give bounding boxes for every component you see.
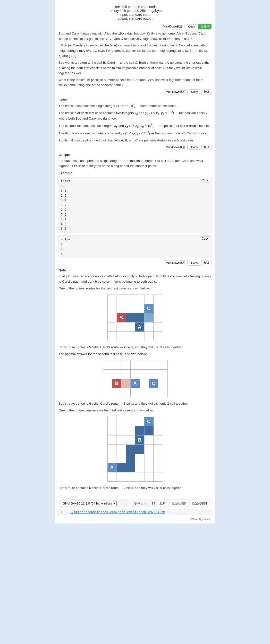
output-line-2: 1 (61, 247, 209, 252)
input-line-1: 3 (61, 184, 209, 188)
note-p6: One of the optimal answers for the third… (58, 408, 212, 413)
note-p3: Bob's route contains 5 cells, Carol's ro… (58, 344, 212, 350)
markdown-view-btn-1[interactable]: MarkDown视图 (161, 24, 185, 30)
problem-p3: Bob wants to return to the cell B, Carol… (58, 60, 212, 76)
time-limit: time limit per test: 2 seconds (58, 5, 212, 9)
line-number: 1 (61, 510, 62, 514)
copy-input-btn[interactable]: Copy (200, 178, 210, 182)
output-p1: For each test case, print the single int… (58, 158, 212, 169)
compiler-select[interactable]: GNU G++20 11.2.0 (64 bit, winlibs) (61, 500, 117, 506)
toolbar-2: MarkDown视图 Copy 翻译 (58, 89, 212, 95)
toolbar-3: MarkDown视图 Copy 翻译 (58, 144, 212, 150)
code-area[interactable]: 1 //https://codeforces.com/problemset/pr… (58, 509, 212, 515)
input-line-3: 1 3 (61, 193, 209, 198)
font-size-value: 15 (152, 502, 155, 505)
copy-btn-2[interactable]: Copy (189, 90, 200, 94)
output-line-3: 6 (61, 252, 209, 256)
markdown-view-btn-4[interactable]: MarkDown视图 (164, 260, 188, 266)
input-p4: The third line contains two integers xC … (58, 130, 212, 136)
input-line-10: 5 5 (61, 226, 209, 231)
font-size-label: 字体大小： (134, 501, 150, 506)
problem-p2: If Bob (or Carol) is in some cell, he (s… (58, 43, 212, 58)
toolbar-1: MarkDown视图 Copy 已翻译 (58, 24, 212, 30)
diagram-1: C B A (58, 294, 212, 341)
example-title: Example (58, 171, 212, 175)
input-line-2: 3 1 (61, 188, 209, 193)
fix-right-btn[interactable]: 固定到右侧 (190, 500, 209, 506)
output-section-title: Output (58, 152, 212, 157)
problem-p1: Bob and Carol hanged out with Alice the … (58, 31, 212, 41)
markdown-view-btn-2[interactable]: MarkDown视图 (164, 89, 188, 95)
bottom-toolbar: GNU G++20 11.2.0 (64 bit, winlibs) 字体大小：… (58, 499, 212, 508)
note-p2: One of the optimal routes for the first … (58, 286, 212, 291)
input-line-7: 7 2 (61, 212, 209, 217)
fix-bottom-btn[interactable]: 固定到底部 (169, 500, 188, 506)
csdn-tag: ©SD♥Ph_inode+ (58, 517, 212, 521)
translate-btn-2[interactable]: 翻译 (201, 89, 212, 95)
input-p2: The first line of each test case contain… (58, 110, 212, 121)
output-label: output (61, 238, 209, 241)
note-p7: Bob's route contains 6 cells, Carol's ro… (58, 485, 212, 491)
compiler-selector-area[interactable]: GNU G++20 11.2.0 (64 bit, winlibs) (61, 500, 117, 506)
copy-btn-4[interactable]: Copy (189, 261, 200, 266)
problem-p4: What is the maximum possible number of c… (58, 77, 212, 88)
note-p5: Bob's route contains 4 cells, Carol's ro… (58, 401, 212, 406)
input-line-8: 1 1 (61, 217, 209, 222)
example-input-block: input Copy 3 3 1 1 3 6 4 5 2 2 2 7 2 1 1… (58, 177, 212, 233)
diagram-2: B A C (58, 360, 212, 397)
font-size-area: 字体大小： 15 全屏 固定到底部 固定到右侧 (134, 500, 209, 506)
input-type: input: standard input (58, 13, 212, 16)
input-section-title: Input (58, 97, 212, 101)
translate-btn-3[interactable]: 翻译 (201, 144, 212, 150)
translated-btn-1[interactable]: 已翻译 (198, 24, 212, 30)
input-p5: Additional constraint on the input: the … (58, 138, 212, 143)
memory-limit: memory limit per test: 256 megabytes (58, 9, 212, 13)
note-title: Note (58, 268, 212, 272)
translate-btn-4[interactable]: 翻译 (201, 260, 212, 266)
copy-btn-1[interactable]: Copy (186, 24, 197, 29)
note-p1: In all pictures, red color denotes cells… (58, 274, 212, 284)
copy-output-btn[interactable]: Copy (200, 236, 210, 241)
output-line-1: 3 (61, 242, 209, 247)
input-line-6: 2 2 (61, 207, 209, 212)
input-line-5: 5 2 (61, 203, 209, 208)
input-line-9: 4 3 (61, 222, 209, 226)
input-p3: The second line contains two integers xB… (58, 123, 212, 129)
fullscreen-btn[interactable]: 全屏 (157, 500, 167, 506)
input-line-4: 6 4 (61, 198, 209, 203)
code-link[interactable]: //https://codeforces.com/problemset/prob… (70, 510, 165, 514)
markdown-view-btn-3[interactable]: MarkDown视图 (164, 144, 188, 150)
output-type: output: standard output (58, 16, 212, 20)
input-p1: The first line contains the single integ… (58, 103, 212, 108)
example-output-block: output Copy 3 1 6 (58, 235, 212, 258)
input-label: input (61, 179, 209, 183)
diagram-3: C B (58, 417, 212, 482)
toolbar-4: MarkDown视图 Copy 翻译 (58, 260, 212, 266)
note-p4: The optimal answer for the second test c… (58, 352, 212, 357)
copy-btn-3[interactable]: Copy (189, 145, 200, 150)
problem-header: time limit per test: 2 seconds memory li… (58, 2, 212, 23)
